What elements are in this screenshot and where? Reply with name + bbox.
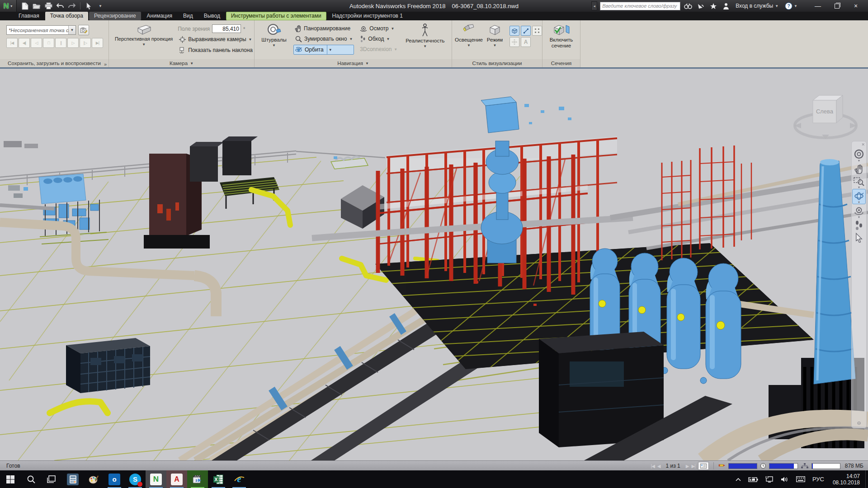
fov-input[interactable]: [212, 24, 241, 33]
tab-nadstroyki[interactable]: Надстройки инструментов 1: [327, 12, 408, 20]
go-to-start-button[interactable]: |◀: [6, 38, 18, 48]
orbit-dropdown[interactable]: ▼: [327, 45, 334, 54]
taskbar-acrobat[interactable]: A: [166, 470, 187, 488]
minimize-button[interactable]: —: [808, 0, 827, 11]
lines-toggle[interactable]: [521, 26, 531, 36]
taskbar-paint[interactable]: [83, 470, 104, 488]
communication-center-button[interactable]: [696, 1, 706, 10]
taskbar-skype[interactable]: S: [125, 470, 146, 488]
save-viewpoint-button[interactable]: [78, 25, 89, 35]
navbar-select-button[interactable]: [853, 231, 865, 243]
taskbar-outlook[interactable]: o: [104, 470, 125, 488]
navbar-orbit-button[interactable]: ▼: [852, 189, 866, 204]
navbar-pan-button[interactable]: [853, 162, 865, 174]
navbar-walk-button[interactable]: [853, 219, 865, 231]
volume-icon[interactable]: [778, 470, 792, 488]
walk-button[interactable]: Обход ▼: [359, 34, 399, 43]
close-button[interactable]: ×: [846, 0, 865, 11]
play-button[interactable]: ▷: [67, 38, 79, 48]
lighting-button[interactable]: Освещение ▼: [455, 20, 483, 56]
align-camera-button[interactable]: Выравнивание камеры ▼: [178, 35, 254, 44]
tab-glavnaya[interactable]: Главная: [14, 12, 44, 20]
taskbar-clock[interactable]: 14:07 08.10.2018: [828, 473, 864, 486]
group-footer-navigation[interactable]: Навигация ▼: [255, 59, 452, 67]
3dconnexion-button[interactable]: 3Dconnexion ▼: [359, 45, 399, 54]
sign-in-menu[interactable]: Вход в службы ▼: [734, 3, 780, 9]
next-sheet-button[interactable]: ▶: [686, 464, 689, 469]
step-back-button[interactable]: ◀|: [19, 38, 30, 48]
realism-button[interactable]: Реалистичность ▼: [403, 20, 447, 56]
task-view-button[interactable]: [42, 470, 62, 488]
taskbar-search-button[interactable]: [21, 470, 42, 488]
infocenter-collapse-button[interactable]: ◂: [591, 1, 597, 10]
language-indicator[interactable]: РУС: [809, 470, 827, 488]
stop-button[interactable]: □: [43, 38, 54, 48]
go-to-end-button[interactable]: ▶|: [92, 38, 103, 48]
show-desktop-button[interactable]: [865, 470, 868, 488]
look-around-button[interactable]: Осмотр ▼: [359, 24, 399, 33]
navbar-collapse-icon[interactable]: ⊖: [857, 420, 861, 426]
navbar-zoom-button[interactable]: ▼: [853, 174, 865, 189]
help-menu[interactable]: ? ▼: [783, 2, 799, 10]
pause-button[interactable]: ||: [55, 38, 66, 48]
navbar-steering-wheel-button[interactable]: ▼: [853, 147, 865, 162]
group-footer-save-load[interactable]: Сохранить, загрузить и воспроизвести »: [0, 59, 108, 67]
redo-button[interactable]: [67, 1, 76, 10]
pan-button[interactable]: Панорамирование: [293, 24, 354, 33]
tab-vid[interactable]: Вид: [178, 12, 198, 20]
taskbar-navisworks-active[interactable]: N: [146, 470, 166, 488]
tab-animaciya[interactable]: Анимация: [142, 12, 177, 20]
render-mode-button[interactable]: Режим ▼: [485, 20, 505, 56]
steering-wheels-button[interactable]: Штурвалы ▼: [259, 20, 289, 56]
favorites-button[interactable]: [708, 1, 718, 10]
step-forward-button[interactable]: |▷: [80, 38, 91, 48]
group-footer-sectioning[interactable]: Сечения: [542, 59, 580, 67]
new-button[interactable]: [20, 1, 29, 10]
viewcube[interactable]: Слева: [789, 84, 862, 143]
viewpoint-combo[interactable]: *Несохраненная точка об ▼: [6, 25, 76, 35]
taskbar-internet-explorer[interactable]: e: [229, 470, 250, 488]
orbit-button[interactable]: Орбита ▼: [293, 45, 354, 55]
select-tool-button[interactable]: [84, 1, 93, 10]
application-menu-button[interactable]: N ▼: [0, 0, 17, 12]
zoom-window-button[interactable]: Зумировать окно ▼: [293, 34, 354, 43]
text-toggle[interactable]: A: [521, 37, 531, 47]
restore-button[interactable]: [827, 0, 846, 11]
taskbar-excel[interactable]: X: [208, 470, 229, 488]
tab-instrumenty-raboty[interactable]: Инструменты работы с элементами: [226, 12, 326, 20]
battery-icon[interactable]: [745, 470, 761, 488]
taskbar-media-player[interactable]: 3: [187, 470, 208, 488]
user-account-button[interactable]: [721, 1, 731, 10]
tab-tochka-obzora[interactable]: Точка обзора: [45, 12, 88, 20]
snap-points-toggle[interactable]: [509, 37, 519, 47]
first-sheet-button[interactable]: |◀: [651, 464, 655, 469]
sheet-browser-button[interactable]: [698, 462, 709, 470]
group-footer-style[interactable]: Стиль визуализации: [452, 59, 542, 67]
previous-sheet-button[interactable]: ◀: [657, 464, 660, 469]
tab-vyvod[interactable]: Вывод: [199, 12, 225, 20]
viewport-canvas[interactable]: [0, 69, 868, 460]
print-button[interactable]: [44, 1, 53, 10]
enable-sectioning-button[interactable]: Включить сечение: [544, 20, 579, 56]
points-toggle[interactable]: [532, 26, 542, 36]
taskbar-calculator[interactable]: [62, 470, 83, 488]
customize-toolbar-button[interactable]: ▼: [96, 1, 105, 10]
tray-expand-chevron[interactable]: [732, 470, 744, 488]
viewport[interactable]: Слева ✕ ▼ ▼ ▼ ▼: [0, 69, 868, 460]
navbar-look-button[interactable]: ▼: [853, 204, 865, 219]
last-sheet-button[interactable]: ▶|: [691, 464, 695, 469]
network-icon[interactable]: [762, 470, 777, 488]
open-button[interactable]: [32, 1, 41, 10]
perspective-projection-button[interactable]: Перспективная проекция ▼: [112, 20, 176, 56]
show-tilt-bar-button[interactable]: Показать панель наклона: [178, 46, 254, 55]
search-input[interactable]: [600, 2, 680, 10]
group-footer-camera[interactable]: Камера ▼: [109, 59, 254, 67]
navbar-close-icon[interactable]: ✕: [861, 142, 865, 147]
surfaces-toggle[interactable]: [509, 26, 519, 36]
undo-button[interactable]: [56, 1, 65, 10]
search-button[interactable]: [683, 1, 693, 10]
play-backward-button[interactable]: ◁: [31, 38, 42, 48]
start-button[interactable]: [0, 470, 21, 488]
tab-recenzirovanie[interactable]: Рецензирование: [89, 12, 141, 20]
dialog-launcher-icon[interactable]: »: [104, 61, 107, 67]
